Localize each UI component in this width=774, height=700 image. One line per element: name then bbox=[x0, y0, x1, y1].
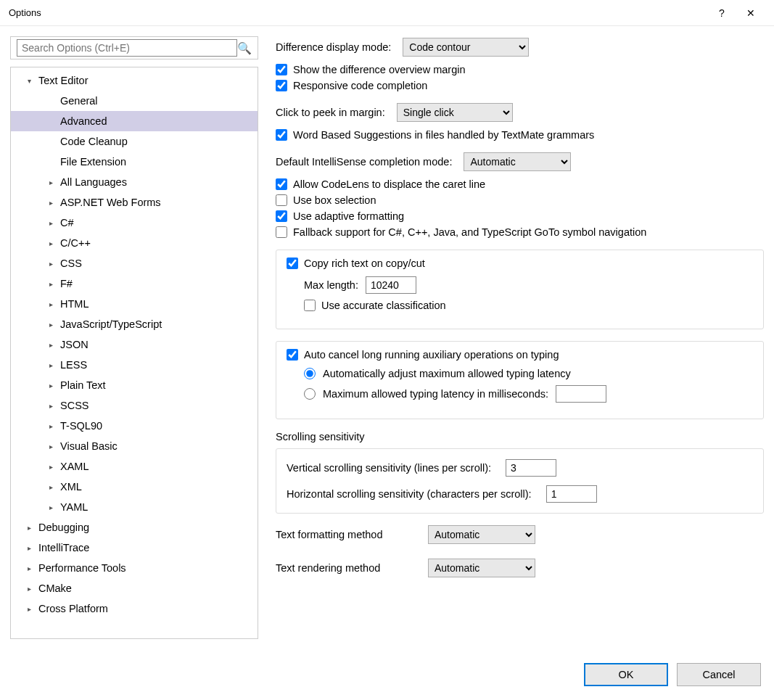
diff-mode-label: Difference display mode: bbox=[276, 41, 391, 53]
expander-icon[interactable]: ▸ bbox=[46, 321, 56, 329]
vert-scroll-label: Vertical scrolling sensitivity (lines pe… bbox=[287, 462, 491, 474]
tree-item[interactable]: ▸Cross Platform bbox=[11, 598, 258, 619]
latency-auto-radio[interactable] bbox=[304, 368, 316, 379]
tree-item-label: Plain Text bbox=[60, 379, 106, 391]
expander-icon[interactable]: ▸ bbox=[46, 219, 56, 227]
tree-item-label: File Extension bbox=[60, 156, 126, 168]
show-diff-margin-check[interactable] bbox=[276, 64, 287, 75]
tree-item[interactable]: ▸JavaScript/TypeScript bbox=[11, 314, 258, 334]
copy-rich-check[interactable] bbox=[287, 258, 298, 269]
tree-item[interactable]: ▸F# bbox=[11, 273, 258, 294]
search-box[interactable]: 🔍 bbox=[10, 36, 258, 59]
auto-cancel-label: Auto cancel long running auxiliary opera… bbox=[304, 349, 559, 361]
tree-item[interactable]: Advanced bbox=[11, 111, 258, 131]
accurate-classification-check[interactable] bbox=[304, 300, 316, 311]
tree-item[interactable]: ▸T-SQL90 bbox=[11, 416, 258, 436]
click-peek-select[interactable]: Single click bbox=[397, 103, 513, 122]
expander-icon[interactable]: ▸ bbox=[46, 199, 56, 207]
text-format-select[interactable]: Automatic bbox=[428, 525, 535, 544]
expander-icon[interactable]: ▸ bbox=[46, 361, 56, 369]
tree-item[interactable]: ▸JSON bbox=[11, 334, 258, 355]
diff-mode-select[interactable]: Code contour bbox=[403, 38, 529, 57]
tree-item-label: CSS bbox=[60, 258, 82, 269]
max-length-input[interactable] bbox=[366, 276, 416, 294]
adaptive-formatting-check[interactable] bbox=[276, 210, 287, 222]
latency-max-radio[interactable] bbox=[304, 388, 316, 400]
text-render-label: Text rendering method bbox=[276, 562, 416, 574]
expander-icon[interactable]: ▸ bbox=[46, 280, 56, 288]
codelens-check[interactable] bbox=[276, 178, 287, 190]
intellisense-select[interactable]: Automatic bbox=[464, 152, 571, 171]
tree-item[interactable]: ▸XML bbox=[11, 477, 258, 497]
expander-icon[interactable]: ▾ bbox=[24, 77, 34, 85]
tree-item[interactable]: ▸YAML bbox=[11, 497, 258, 517]
tree-item[interactable]: ▸ASP.NET Web Forms bbox=[11, 192, 258, 213]
tree-item[interactable]: File Extension bbox=[11, 152, 258, 172]
tree-item[interactable]: ▸Debugging bbox=[11, 517, 258, 538]
vert-scroll-input[interactable] bbox=[506, 459, 556, 477]
search-input[interactable] bbox=[17, 39, 237, 57]
tree-item[interactable]: ▸Plain Text bbox=[11, 375, 258, 395]
tree-item[interactable]: ▸C/C++ bbox=[11, 233, 258, 253]
box-selection-check[interactable] bbox=[276, 194, 287, 206]
horz-scroll-input[interactable] bbox=[546, 485, 597, 503]
text-format-label: Text formatting method bbox=[276, 529, 416, 540]
word-based-check[interactable] bbox=[276, 129, 287, 141]
auto-cancel-check[interactable] bbox=[287, 349, 298, 361]
tree-item-label: All Languages bbox=[60, 176, 127, 188]
dialog-footer: OK Cancel bbox=[0, 649, 774, 700]
tree-item-label: Visual Basic bbox=[60, 440, 118, 452]
tree-item[interactable]: ▸SCSS bbox=[11, 395, 258, 416]
expander-icon[interactable]: ▸ bbox=[24, 585, 34, 593]
expander-icon[interactable]: ▸ bbox=[46, 402, 56, 410]
tree-item[interactable]: ▾Text Editor bbox=[11, 70, 258, 91]
tree-item[interactable]: ▸Visual Basic bbox=[11, 436, 258, 456]
tree-item[interactable]: ▸HTML bbox=[11, 294, 258, 314]
tree-item[interactable]: ▸IntelliTrace bbox=[11, 538, 258, 558]
expander-icon[interactable]: ▸ bbox=[46, 503, 56, 511]
fallback-check[interactable] bbox=[276, 226, 287, 238]
tree-item[interactable]: ▸All Languages bbox=[11, 172, 258, 192]
responsive-completion-label: Responsive code completion bbox=[293, 80, 427, 91]
tree-item[interactable]: ▸XAML bbox=[11, 456, 258, 477]
tree-item[interactable]: ▸C# bbox=[11, 213, 258, 233]
tree-item-label: HTML bbox=[60, 298, 88, 310]
tree-item-label: Performance Tools bbox=[38, 562, 126, 574]
expander-icon[interactable]: ▸ bbox=[46, 422, 56, 430]
tree-item-label: JSON bbox=[60, 339, 88, 350]
tree-item[interactable]: ▸LESS bbox=[11, 355, 258, 375]
expander-icon[interactable]: ▸ bbox=[46, 178, 56, 186]
tree-item-label: Cross Platform bbox=[38, 603, 108, 614]
text-render-select[interactable]: Automatic bbox=[428, 559, 535, 577]
expander-icon[interactable]: ▸ bbox=[24, 564, 34, 572]
latency-max-input[interactable] bbox=[556, 385, 606, 403]
expander-icon[interactable]: ▸ bbox=[24, 524, 34, 532]
cancel-button[interactable]: Cancel bbox=[677, 663, 761, 686]
expander-icon[interactable]: ▸ bbox=[24, 605, 34, 613]
word-based-label: Word Based Suggestions in files handled … bbox=[293, 129, 594, 141]
tree[interactable]: ▾Text EditorGeneralAdvancedCode CleanupF… bbox=[11, 67, 258, 638]
tree-item[interactable]: ▸CSS bbox=[11, 253, 258, 273]
tree-item-label: XAML bbox=[60, 461, 89, 472]
expander-icon[interactable]: ▸ bbox=[24, 544, 34, 552]
box-selection-label: Use box selection bbox=[293, 194, 376, 206]
expander-icon[interactable]: ▸ bbox=[46, 239, 56, 247]
help-button[interactable]: ? bbox=[707, 7, 736, 19]
ok-button[interactable]: OK bbox=[584, 663, 668, 686]
expander-icon[interactable]: ▸ bbox=[46, 463, 56, 471]
tree-item[interactable]: General bbox=[11, 91, 258, 111]
tree-item-label: Text Editor bbox=[38, 75, 88, 86]
expander-icon[interactable]: ▸ bbox=[46, 382, 56, 390]
expander-icon[interactable]: ▸ bbox=[46, 483, 56, 491]
expander-icon[interactable]: ▸ bbox=[46, 341, 56, 349]
close-button[interactable]: ✕ bbox=[736, 7, 765, 19]
click-peek-label: Click to peek in margin: bbox=[276, 107, 385, 118]
tree-item[interactable]: ▸CMake bbox=[11, 578, 258, 598]
tree-item[interactable]: ▸Performance Tools bbox=[11, 558, 258, 578]
tree-item[interactable]: Code Cleanup bbox=[11, 131, 258, 152]
responsive-completion-check[interactable] bbox=[276, 80, 287, 91]
expander-icon[interactable]: ▸ bbox=[46, 260, 56, 268]
expander-icon[interactable]: ▸ bbox=[46, 300, 56, 308]
expander-icon[interactable]: ▸ bbox=[46, 442, 56, 450]
intellisense-label: Default IntelliSense completion mode: bbox=[276, 156, 452, 168]
